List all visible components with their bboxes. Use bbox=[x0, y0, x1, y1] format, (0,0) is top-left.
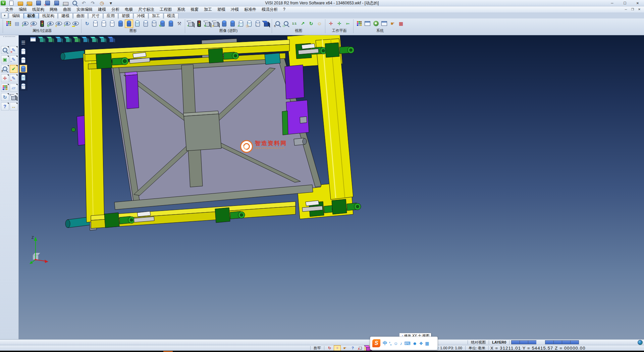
mdi-close-button[interactable]: ✕ bbox=[636, 8, 643, 11]
menu-item[interactable]: 曲面 bbox=[60, 6, 74, 12]
ime-toolbar[interactable]: S 中’,☺♪⌨☻❖▦ bbox=[370, 337, 438, 350]
grid-settings-icon[interactable]: ▦ bbox=[397, 19, 405, 28]
pick-hand-icon[interactable]: ☛ bbox=[341, 345, 348, 351]
lock-toggle[interactable]: 拴牢 bbox=[312, 346, 322, 351]
menu-item[interactable]: 标准件 bbox=[241, 6, 259, 12]
show-entities-icon[interactable]: + bbox=[21, 19, 30, 28]
rotate-view-icon[interactable]: ↻ bbox=[307, 19, 315, 28]
layer-color-swatch[interactable] bbox=[528, 340, 536, 344]
ribbon-tab[interactable]: 加工 bbox=[149, 13, 163, 18]
selection-frame-icon[interactable]: ▣ bbox=[1, 55, 9, 63]
viewport-3d[interactable]: ☰ Z 智造资料网 www.zhizaoziliao.com bbox=[19, 35, 644, 339]
adv-show-icon[interactable]: + bbox=[186, 19, 195, 28]
layer-color-swatch[interactable] bbox=[562, 340, 570, 344]
sidebar-drag-handle[interactable] bbox=[3, 36, 15, 39]
context-help-icon[interactable]: ? bbox=[349, 345, 356, 351]
menu-item[interactable]: 文件 bbox=[3, 6, 16, 12]
workplane-align-icon[interactable]: ➳ bbox=[343, 19, 352, 28]
menu-item[interactable]: 系统 bbox=[174, 6, 188, 12]
select-options-icon[interactable]: ☛ bbox=[388, 19, 397, 28]
ribbon-tab[interactable]: 冲模 bbox=[133, 13, 148, 18]
workplane-modify-icon[interactable]: ✛ bbox=[335, 19, 343, 28]
graphics-options-icon[interactable]: ⚒ bbox=[175, 19, 183, 28]
delete-entity-icon[interactable]: ❑✗ bbox=[357, 345, 364, 351]
view-front-icon[interactable] bbox=[55, 36, 63, 43]
update-graphics-icon[interactable]: ↻ bbox=[158, 19, 167, 28]
menu-item[interactable]: 分析 bbox=[109, 6, 122, 12]
view-back-icon[interactable] bbox=[82, 36, 89, 43]
layer-color-swatch[interactable] bbox=[511, 340, 520, 344]
ribbon-tab[interactable]: 曲面 bbox=[73, 13, 88, 18]
ucs-axes-icon[interactable]: ✛ bbox=[1, 74, 9, 82]
shaded-mode-icon[interactable] bbox=[116, 19, 125, 28]
ribbon-tab[interactable]: 编辑 bbox=[9, 13, 23, 18]
minimize-button[interactable]: ─ bbox=[606, 0, 619, 6]
refresh-filter-icon[interactable]: ↻ bbox=[46, 19, 55, 28]
layer-color-swatch[interactable] bbox=[570, 340, 579, 344]
confirm-check-icon[interactable]: ✔ bbox=[10, 65, 18, 73]
ribbon-tab[interactable]: 模流 bbox=[164, 13, 178, 18]
ime-person-icon[interactable]: ☻ bbox=[413, 341, 417, 346]
adv-toggle-icon[interactable]: ± bbox=[212, 19, 220, 28]
vp-shaded-icon[interactable] bbox=[19, 65, 27, 73]
menu-item[interactable]: 工程图 bbox=[157, 6, 174, 12]
sogou-logo-icon[interactable]: S bbox=[372, 339, 380, 347]
view-face-icon[interactable]: ☺ bbox=[315, 19, 324, 28]
workplane-create-icon[interactable]: ✛ bbox=[327, 19, 335, 28]
ime-skin-icon[interactable]: ❖ bbox=[419, 341, 423, 346]
ribbon-tab[interactable]: 建模 bbox=[58, 13, 73, 18]
show-all-icon[interactable]: + bbox=[63, 19, 71, 28]
view-dimetric-icon[interactable] bbox=[99, 36, 106, 43]
menu-item[interactable]: 电极 bbox=[122, 6, 136, 12]
menu-item[interactable]: 冲模 bbox=[228, 6, 241, 12]
view-iso-icon[interactable] bbox=[38, 36, 45, 43]
ribbon-tab[interactable]: 线架构 bbox=[39, 13, 58, 18]
regen-icon[interactable]: ↻ bbox=[1, 93, 9, 101]
ime-chinese-mode[interactable]: 中 bbox=[383, 340, 387, 346]
hidden-line-mode-icon[interactable] bbox=[100, 19, 108, 28]
layer-color-swatch[interactable] bbox=[553, 340, 562, 344]
cad-model[interactable] bbox=[19, 35, 644, 339]
window-config-icon[interactable] bbox=[380, 19, 388, 28]
ime-mic-icon[interactable]: ♪ bbox=[400, 341, 402, 346]
zoom-filter-icon[interactable] bbox=[1, 46, 9, 54]
vp-translucent-icon[interactable] bbox=[19, 82, 27, 90]
spline-draw-icon[interactable]: ✎~ bbox=[10, 55, 18, 63]
hatched-mode-icon[interactable] bbox=[150, 19, 158, 28]
tagged-view-icon[interactable]: ◳ bbox=[245, 19, 254, 28]
dashed-hidden-mode-icon[interactable] bbox=[108, 19, 116, 28]
ribbon-tab[interactable]: 塑膜 bbox=[118, 13, 133, 18]
menu-item[interactable]: 尺寸标注 bbox=[136, 6, 157, 12]
split-view-icon[interactable] bbox=[29, 36, 37, 43]
hide-entities-icon[interactable]: − bbox=[30, 19, 38, 28]
ime-emoji-icon[interactable]: ☺ bbox=[393, 341, 398, 346]
vp-shaded-edges-icon[interactable] bbox=[19, 74, 27, 81]
ribbon-tab[interactable]: 尺寸 bbox=[88, 13, 103, 18]
wireframe-mode-icon[interactable] bbox=[91, 19, 100, 28]
filter-traffic-icon[interactable] bbox=[38, 19, 46, 28]
menu-item[interactable]: 模流分析 bbox=[259, 6, 280, 12]
magic-select-icon[interactable]: ✧ bbox=[334, 345, 341, 351]
view-top-icon[interactable] bbox=[47, 36, 54, 43]
solid-cube-icon[interactable] bbox=[10, 93, 18, 101]
shaded-edges-mode-icon[interactable] bbox=[125, 19, 133, 28]
menu-item[interactable]: 加工 bbox=[201, 6, 215, 12]
ime-punctuation-icon[interactable]: ’, bbox=[389, 341, 391, 346]
globe-icon[interactable] bbox=[638, 340, 643, 345]
attribute-image-icon[interactable]: ▤ bbox=[13, 19, 21, 28]
sketch-curve-icon[interactable]: ✎~ bbox=[10, 74, 18, 82]
help-icon[interactable]: ? bbox=[1, 102, 9, 111]
color-table-icon[interactable] bbox=[355, 19, 363, 28]
modify-attributes-icon[interactable] bbox=[4, 19, 13, 28]
translucent-mode-icon[interactable] bbox=[133, 19, 142, 28]
zoom-extents-icon[interactable]: ± bbox=[1, 65, 9, 73]
menu-item[interactable]: 线架构 bbox=[30, 6, 47, 12]
copy-graphics-icon[interactable]: → bbox=[167, 19, 175, 28]
menu-item[interactable]: ? bbox=[280, 6, 288, 12]
adv-refresh-icon[interactable]: ↻ bbox=[203, 19, 212, 28]
zoom-actual-icon[interactable]: 1:1 bbox=[290, 19, 299, 28]
striped-view-icon[interactable] bbox=[228, 19, 237, 28]
layer-color-swatch[interactable] bbox=[545, 340, 553, 344]
view-mode-toggle[interactable]: 绝对视图 bbox=[470, 340, 487, 345]
ime-keyboard-icon[interactable]: ⌨ bbox=[404, 341, 411, 346]
